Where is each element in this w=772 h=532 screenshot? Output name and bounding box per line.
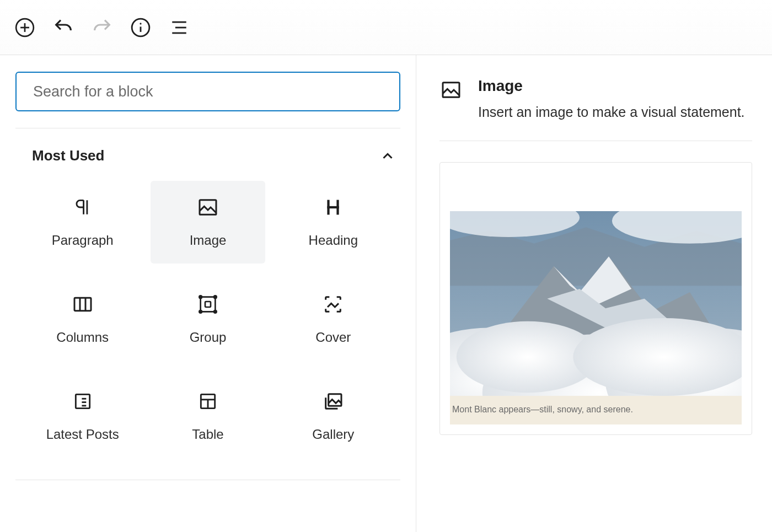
paragraph-icon bbox=[72, 196, 94, 218]
editor-toolbar bbox=[0, 0, 772, 55]
divider bbox=[15, 480, 400, 480]
block-heading[interactable]: Heading bbox=[276, 181, 390, 264]
block-label: Gallery bbox=[312, 427, 354, 442]
block-label: Heading bbox=[309, 233, 358, 248]
block-preview-card: Mont Blanc appears—still, snowy, and ser… bbox=[439, 162, 752, 435]
svg-point-18 bbox=[199, 295, 202, 298]
info-icon bbox=[130, 17, 151, 38]
plus-circle-icon bbox=[14, 17, 35, 38]
svg-rect-32 bbox=[329, 394, 341, 406]
block-label: Image bbox=[190, 233, 227, 248]
block-columns[interactable]: Columns bbox=[25, 278, 140, 361]
chevron-up-icon bbox=[379, 148, 396, 164]
preview-canvas: Mont Blanc appears—still, snowy, and ser… bbox=[450, 211, 742, 424]
section-title: Most Used bbox=[32, 147, 104, 164]
table-icon bbox=[197, 390, 219, 412]
svg-rect-13 bbox=[74, 298, 91, 310]
redo-icon bbox=[91, 17, 113, 39]
undo-button[interactable] bbox=[52, 17, 74, 39]
gallery-icon bbox=[322, 390, 344, 412]
svg-rect-33 bbox=[443, 83, 459, 98]
block-image[interactable]: Image bbox=[151, 181, 265, 264]
divider bbox=[439, 141, 752, 141]
svg-point-21 bbox=[214, 310, 217, 313]
svg-rect-9 bbox=[200, 200, 216, 215]
block-table[interactable]: Table bbox=[151, 375, 265, 458]
latest-posts-icon bbox=[72, 390, 94, 412]
redo-button[interactable] bbox=[91, 17, 113, 39]
columns-icon bbox=[72, 293, 94, 315]
block-search-input[interactable] bbox=[15, 72, 400, 111]
block-gallery[interactable]: Gallery bbox=[276, 375, 390, 458]
heading-icon bbox=[322, 196, 344, 218]
info-button[interactable] bbox=[130, 17, 152, 39]
image-icon bbox=[197, 196, 219, 218]
list-outline-icon bbox=[170, 18, 189, 37]
block-paragraph[interactable]: Paragraph bbox=[25, 181, 140, 264]
block-label: Table bbox=[192, 427, 223, 442]
block-label: Columns bbox=[56, 330, 109, 345]
group-icon bbox=[197, 293, 219, 315]
block-label: Group bbox=[190, 330, 227, 345]
svg-point-20 bbox=[199, 310, 202, 313]
outline-button[interactable] bbox=[168, 17, 190, 39]
undo-icon bbox=[52, 17, 74, 39]
block-label: Latest Posts bbox=[46, 427, 119, 442]
block-detail-description: Insert an image to make a visual stateme… bbox=[478, 103, 745, 122]
block-list-pane: Most Used Paragraph bbox=[0, 55, 416, 532]
preview-caption: Mont Blanc appears—still, snowy, and ser… bbox=[450, 396, 742, 415]
preview-image bbox=[450, 211, 742, 396]
block-latest-posts[interactable]: Latest Posts bbox=[25, 375, 140, 458]
svg-point-19 bbox=[214, 295, 217, 298]
svg-rect-17 bbox=[205, 302, 211, 307]
block-detail-title: Image bbox=[478, 77, 745, 95]
block-preview-pane: Image Insert an image to make a visual s… bbox=[416, 55, 772, 532]
block-label: Cover bbox=[315, 330, 351, 345]
section-most-used-header[interactable]: Most Used bbox=[15, 128, 400, 170]
svg-rect-16 bbox=[201, 297, 216, 312]
image-icon bbox=[439, 78, 463, 101]
svg-point-5 bbox=[140, 23, 141, 24]
block-group[interactable]: Group bbox=[151, 278, 265, 361]
block-detail-header: Image Insert an image to make a visual s… bbox=[439, 77, 752, 122]
block-inserter-panel: Most Used Paragraph bbox=[0, 55, 772, 532]
block-cover[interactable]: Cover bbox=[276, 278, 390, 361]
add-block-button[interactable] bbox=[14, 17, 36, 39]
cover-icon bbox=[322, 293, 344, 315]
block-grid: Paragraph Image Headi bbox=[15, 170, 400, 458]
block-label: Paragraph bbox=[52, 233, 114, 248]
